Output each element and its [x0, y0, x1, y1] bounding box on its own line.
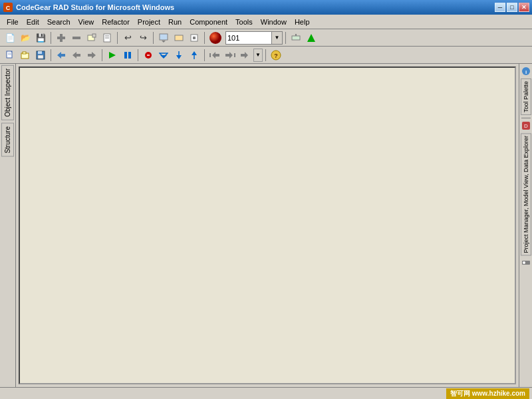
- redo-button[interactable]: ↪: [136, 31, 150, 45]
- new-button[interactable]: 📄: [3, 31, 17, 45]
- svg-rect-16: [292, 36, 300, 40]
- svg-rect-33: [128, 52, 131, 59]
- step-out-button[interactable]: [187, 48, 201, 63]
- separator-5: [285, 32, 286, 44]
- app-icon: C: [3, 2, 13, 13]
- svg-marker-17: [295, 34, 297, 36]
- menu-component[interactable]: Component: [186, 17, 231, 27]
- right-icon-3[interactable]: [521, 257, 531, 268]
- tb-extra2[interactable]: [304, 31, 319, 45]
- save-button[interactable]: 💾: [33, 31, 48, 45]
- rad-logo: [207, 31, 223, 45]
- svg-marker-30: [88, 52, 96, 59]
- open2-button[interactable]: [18, 48, 33, 63]
- tool-palette-tab[interactable]: Tool Palette: [521, 78, 531, 115]
- project-manager-tab[interactable]: Project Manager, Model View, Data Explor…: [521, 133, 531, 255]
- svg-text:D: D: [524, 123, 528, 129]
- misc1-icon: [159, 33, 168, 43]
- object-inspector-tab[interactable]: Object Inspector: [1, 65, 14, 120]
- tb-misc1[interactable]: [156, 31, 171, 45]
- nav-fwd2-button[interactable]: [238, 48, 253, 63]
- svg-point-15: [209, 32, 221, 44]
- back-icon: [72, 51, 81, 60]
- redo-icon: ↪: [140, 33, 147, 43]
- menu-window[interactable]: Window: [257, 17, 291, 27]
- editor-area[interactable]: [19, 66, 516, 384]
- add-button[interactable]: [54, 31, 68, 45]
- jump-button[interactable]: [54, 48, 68, 63]
- menu-help[interactable]: Help: [291, 17, 314, 27]
- minimize-button[interactable]: ─: [495, 3, 505, 12]
- tb-extra1[interactable]: [289, 31, 303, 45]
- save2-button[interactable]: [33, 48, 48, 63]
- right-icon-top[interactable]: i: [521, 66, 531, 76]
- open-file-button[interactable]: [84, 31, 99, 45]
- maximize-button[interactable]: □: [507, 3, 517, 12]
- nav-back-button[interactable]: [207, 48, 222, 63]
- svg-rect-24: [23, 52, 26, 54]
- svg-marker-41: [192, 51, 197, 55]
- close-button[interactable]: ✕: [519, 3, 529, 12]
- step-over-icon: [159, 51, 168, 60]
- menu-refactor[interactable]: Refactor: [98, 17, 134, 27]
- run-button[interactable]: [105, 48, 120, 63]
- window-controls: ─ □ ✕: [495, 3, 529, 12]
- tb-misc2[interactable]: [172, 31, 186, 45]
- menu-edit[interactable]: Edit: [23, 17, 43, 27]
- tb-misc3[interactable]: [187, 31, 201, 45]
- svg-text:i: i: [525, 69, 526, 75]
- toolbar-1: 📄 📂 💾 ↩ ↪: [0, 29, 532, 47]
- svg-rect-10: [160, 34, 168, 40]
- menu-search[interactable]: Search: [43, 17, 74, 27]
- step-over-button[interactable]: [156, 48, 171, 63]
- svg-marker-29: [72, 52, 80, 59]
- extra2-icon: [307, 33, 316, 43]
- open-icon: 📂: [21, 33, 31, 43]
- svg-rect-4: [72, 37, 80, 39]
- svg-rect-6: [92, 34, 96, 37]
- pause-icon: [123, 51, 132, 60]
- main-area: Object Inspector Structure i Tool Palett…: [0, 64, 532, 387]
- menu-view[interactable]: View: [74, 17, 98, 27]
- back-button[interactable]: [69, 48, 84, 63]
- structure-tab[interactable]: Structure: [1, 123, 14, 157]
- tb-btn-extra1[interactable]: [100, 31, 114, 45]
- save2-icon: [36, 51, 45, 60]
- fwd-icon: [87, 51, 96, 60]
- target-dropdown-input[interactable]: [225, 31, 272, 45]
- right-icon-2[interactable]: D: [521, 120, 531, 131]
- open-button[interactable]: 📂: [18, 31, 33, 45]
- step-into-button[interactable]: [172, 48, 186, 63]
- separator-4: [204, 32, 205, 44]
- menu-file[interactable]: File: [3, 17, 23, 27]
- nav-fwd-icon: [224, 51, 236, 60]
- svg-rect-45: [234, 53, 235, 57]
- nav-dropdown-arrow[interactable]: ▼: [253, 49, 263, 62]
- fwd-button[interactable]: [84, 48, 99, 63]
- target-dropdown-arrow[interactable]: ▼: [272, 31, 283, 45]
- minimize-icon: ─: [498, 4, 502, 11]
- breakpoint-button[interactable]: [141, 48, 156, 63]
- svg-point-54: [523, 261, 525, 264]
- menu-run[interactable]: Run: [164, 17, 186, 27]
- svg-marker-11: [162, 41, 166, 43]
- nav-fwd2-icon: [239, 51, 251, 60]
- menu-project[interactable]: Project: [134, 17, 164, 27]
- menu-tools[interactable]: Tools: [231, 17, 257, 27]
- undo-button[interactable]: ↩: [120, 31, 135, 45]
- svg-text:C: C: [6, 5, 11, 11]
- svg-rect-12: [175, 35, 183, 41]
- pause-button[interactable]: [120, 48, 135, 63]
- nav-fwd-button[interactable]: [223, 48, 237, 63]
- remove-button[interactable]: [69, 31, 84, 45]
- svg-marker-37: [160, 55, 167, 59]
- separator-7: [102, 49, 102, 61]
- new2-button[interactable]: [3, 48, 17, 63]
- separator-6: [51, 49, 51, 61]
- svg-marker-31: [109, 52, 116, 59]
- side-icon-3: [521, 258, 531, 267]
- help-button[interactable]: ?: [269, 48, 283, 63]
- jump-icon: [57, 51, 66, 60]
- separator-9: [204, 49, 205, 61]
- svg-text:?: ?: [274, 53, 278, 59]
